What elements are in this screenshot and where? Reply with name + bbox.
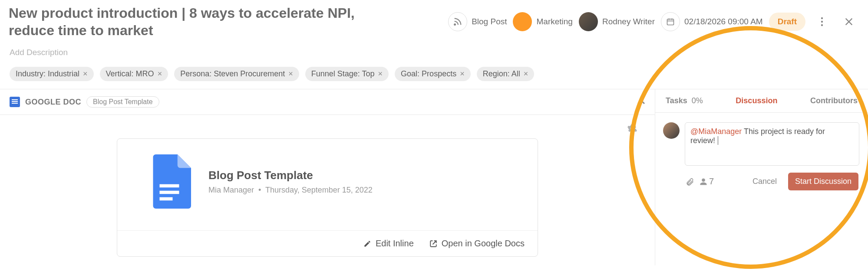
- tab-tasks-label: Tasks: [666, 96, 687, 105]
- tag-remove-icon[interactable]: ×: [158, 69, 162, 78]
- doc-card-actions: Edit Inline Open in Google Docs: [117, 230, 538, 256]
- more-menu-icon[interactable]: [816, 16, 828, 28]
- avatar: [663, 122, 680, 139]
- gear-row: [0, 115, 655, 134]
- google-doc-label: GOOGLE DOC: [25, 98, 81, 107]
- tab-tasks-percent: 0%: [692, 96, 703, 105]
- page-title[interactable]: New product introduction | 8 ways to acc…: [9, 4, 365, 39]
- doc-card: Blog Post Template Mia Manager • Thursda…: [117, 138, 538, 257]
- google-doc-section-header: GOOGLE DOC Blog Post Template: [0, 89, 655, 115]
- tag-label: Persona: Steven Procurement: [180, 69, 285, 78]
- doc-card-body: Blog Post Template Mia Manager • Thursda…: [117, 139, 538, 230]
- discussion-actions: 7 Cancel Start Discussion: [655, 171, 868, 190]
- document-file-icon: [148, 154, 191, 209]
- person-icon[interactable]: 7: [700, 177, 714, 186]
- right-column: Tasks 0% Discussion Contributors @MiaMan…: [655, 89, 868, 265]
- tag-remove-icon[interactable]: ×: [83, 69, 88, 78]
- tag-remove-icon[interactable]: ×: [288, 69, 293, 78]
- tab-discussion[interactable]: Discussion: [736, 96, 777, 105]
- date-chip[interactable]: 02/18/2026 09:00 AM: [661, 12, 763, 31]
- doc-meta: Mia Manager • Thursday, September 15, 20…: [208, 186, 373, 195]
- author-label: Rodney Writer: [602, 17, 655, 26]
- category-chip[interactable]: Marketing: [513, 12, 572, 31]
- google-doc-icon: [10, 97, 20, 107]
- tag-remove-icon[interactable]: ×: [460, 69, 465, 78]
- cancel-button[interactable]: Cancel: [752, 177, 777, 186]
- tag-label: Funnel Stage: Top: [311, 69, 375, 78]
- meta-row: Blog Post Marketing Rodney Writer 02/18/…: [448, 4, 859, 31]
- tag[interactable]: Funnel Stage: Top×: [305, 67, 389, 81]
- category-color-dot: [513, 12, 532, 31]
- tag[interactable]: Industry: Industrial×: [10, 67, 94, 81]
- attach-group: 7: [686, 177, 714, 186]
- tags-row: Industry: Industrial× Vertical: MRO× Per…: [0, 57, 868, 89]
- tag-label: Industry: Industrial: [16, 69, 79, 78]
- status-badge[interactable]: Draft: [769, 13, 805, 31]
- category-label: Marketing: [536, 17, 572, 26]
- edit-inline-button[interactable]: Edit Inline: [363, 239, 414, 249]
- paperclip-icon[interactable]: [686, 177, 694, 186]
- tag[interactable]: Region: All×: [477, 67, 535, 81]
- doc-info: Blog Post Template Mia Manager • Thursda…: [208, 169, 373, 195]
- calendar-icon: [661, 12, 680, 31]
- discussion-compose: @MiaManager This project is ready for re…: [655, 113, 868, 171]
- main-area: GOOGLE DOC Blog Post Template: [0, 89, 868, 265]
- tab-contributors[interactable]: Contributors: [810, 96, 858, 105]
- svg-rect-11: [160, 191, 179, 194]
- svg-point-5: [821, 17, 823, 19]
- open-google-docs-button[interactable]: Open in Google Docs: [429, 239, 525, 249]
- doc-author: Mia Manager: [208, 186, 254, 194]
- external-link-icon: [429, 240, 437, 248]
- left-column: GOOGLE DOC Blog Post Template: [0, 89, 655, 265]
- open-google-docs-label: Open in Google Docs: [442, 239, 525, 249]
- add-description[interactable]: Add Description: [0, 39, 868, 57]
- right-panel-tabs: Tasks 0% Discussion Contributors: [655, 89, 868, 113]
- tag-label: Vertical: MRO: [106, 69, 154, 78]
- pencil-icon: [363, 240, 371, 248]
- mention: @MiaManager: [690, 127, 742, 136]
- edit-inline-label: Edit Inline: [376, 239, 414, 249]
- avatar: [579, 12, 598, 31]
- tag[interactable]: Goal: Prospects×: [395, 67, 471, 81]
- doc-title: Blog Post Template: [208, 169, 373, 182]
- title-block: New product introduction | 8 ways to acc…: [9, 4, 439, 39]
- author-chip[interactable]: Rodney Writer: [579, 12, 655, 31]
- svg-point-6: [821, 21, 823, 23]
- collapse-icon[interactable]: [637, 99, 645, 105]
- content-type-chip[interactable]: Blog Post: [448, 12, 507, 31]
- doc-card-wrap: Blog Post Template Mia Manager • Thursda…: [0, 134, 655, 265]
- tag-remove-icon[interactable]: ×: [378, 69, 383, 78]
- start-discussion-button[interactable]: Start Discussion: [788, 173, 858, 190]
- tag[interactable]: Persona: Steven Procurement×: [174, 67, 299, 81]
- discussion-input[interactable]: @MiaManager This project is ready for re…: [685, 122, 859, 166]
- close-icon[interactable]: [843, 16, 855, 28]
- tag-remove-icon[interactable]: ×: [524, 69, 528, 78]
- svg-point-7: [821, 24, 823, 26]
- date-label: 02/18/2026 09:00 AM: [684, 17, 763, 26]
- page-header: New product introduction | 8 ways to acc…: [0, 0, 868, 39]
- tag-label: Goal: Prospects: [401, 69, 456, 78]
- svg-point-0: [454, 24, 455, 25]
- attach-count: 7: [709, 177, 714, 186]
- tab-tasks[interactable]: Tasks 0%: [666, 96, 703, 105]
- svg-rect-1: [667, 19, 674, 25]
- svg-rect-10: [160, 184, 179, 188]
- rss-icon: [448, 12, 467, 31]
- tag-label: Region: All: [483, 69, 520, 78]
- gear-icon[interactable]: [627, 124, 637, 134]
- tag[interactable]: Vertical: MRO×: [100, 67, 168, 81]
- svg-rect-12: [160, 197, 173, 201]
- google-doc-template-chip[interactable]: Blog Post Template: [86, 96, 159, 108]
- doc-date: Thursday, September 15, 2022: [265, 186, 373, 194]
- content-type-label: Blog Post: [472, 17, 507, 26]
